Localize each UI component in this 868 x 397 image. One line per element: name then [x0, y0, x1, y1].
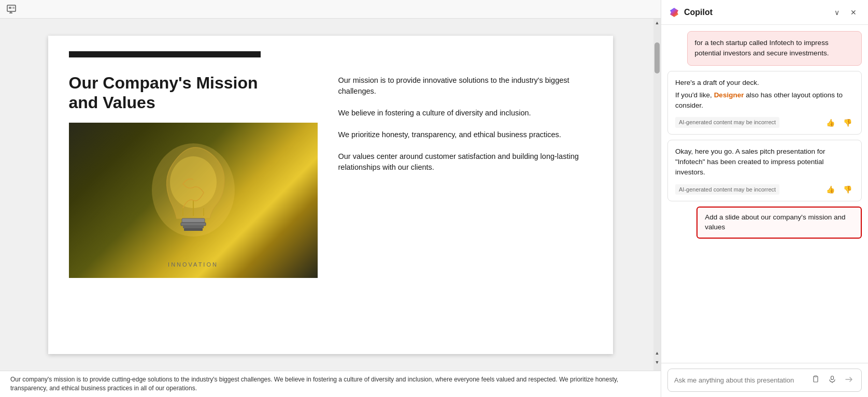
- slide-image: INNOVATION: [69, 123, 318, 278]
- svg-rect-11: [182, 218, 205, 223]
- slide-content: Our Company's Missionand Values: [69, 73, 592, 339]
- ai-message-1-footer: AI-generated content may be incorrect 👍 …: [675, 114, 854, 128]
- copilot-header: Copilot ∨ ✕: [661, 0, 868, 25]
- ai-feedback-2: 👍 👎: [824, 184, 854, 195]
- slide: Our Company's Missionand Values: [48, 36, 613, 354]
- svg-rect-14: [184, 228, 203, 231]
- ai-disclaimer-1: AI-generated content may be incorrect: [675, 117, 779, 128]
- ppt-toolbar: [0, 0, 661, 19]
- copilot-input-box: [667, 369, 862, 392]
- designer-link[interactable]: Designer: [714, 91, 744, 99]
- clipboard-icon-button[interactable]: [809, 374, 822, 386]
- svg-rect-17: [831, 376, 834, 380]
- send-button[interactable]: [843, 374, 855, 386]
- ai-disclaimer-2: AI-generated content may be incorrect: [675, 184, 779, 195]
- ai-message-2-footer: AI-generated content may be incorrect 👍 …: [675, 181, 854, 195]
- ai-message-2: Okay, here you go. A sales pitch present…: [667, 140, 862, 201]
- scroll-down-nav-down[interactable]: ▼: [653, 358, 661, 366]
- thumbs-down-1[interactable]: 👎: [841, 117, 854, 128]
- slide-title-bar: [69, 51, 261, 57]
- svg-rect-16: [815, 376, 817, 377]
- copilot-header-left: Copilot: [668, 7, 713, 18]
- bullet-2: We believe in fostering a culture of div…: [338, 108, 592, 119]
- user-message-1: for a tech startup called Infotech to im…: [687, 31, 862, 66]
- copilot-panel: Copilot ∨ ✕ for a tech startup called In…: [661, 0, 868, 397]
- designer-prefix: If you'd like,: [675, 91, 714, 99]
- scroll-up-arrow[interactable]: ▲: [653, 19, 661, 27]
- ai-message-1-main: Here's a draft of your deck.: [675, 78, 854, 88]
- slide-left: Our Company's Missionand Values: [69, 73, 318, 339]
- copilot-input-field[interactable]: [674, 376, 805, 384]
- ai-message-2-main: Okay, here you go. A sales pitch present…: [675, 146, 854, 178]
- slide-title: Our Company's Missionand Values: [69, 73, 318, 113]
- scrollbar-vertical[interactable]: ▲: [653, 19, 661, 345]
- svg-rect-1: [9, 7, 11, 9]
- copilot-logo-icon: [668, 7, 680, 18]
- user-message-1-text: for a tech startup called Infotech to im…: [695, 39, 829, 57]
- slide-right: Our mission is to provide innovative sol…: [338, 73, 592, 339]
- ppt-area: ▲ Our Company's Missionand Values: [0, 0, 661, 397]
- bullet-1: Our mission is to provide innovative sol…: [338, 75, 592, 98]
- presentation-icon[interactable]: [4, 2, 19, 17]
- innovation-text: INNOVATION: [168, 261, 218, 268]
- thumbs-down-2[interactable]: 👎: [841, 184, 854, 195]
- ai-message-1: Here's a draft of your deck. If you'd li…: [667, 71, 862, 135]
- scroll-down-nav-up[interactable]: ▲: [653, 349, 661, 357]
- copilot-header-right: ∨ ✕: [830, 5, 861, 20]
- copilot-messages: for a tech startup called Infotech to im…: [661, 25, 868, 363]
- copilot-title: Copilot: [684, 8, 713, 17]
- copilot-input-area: [661, 363, 868, 397]
- slide-caption: Our company's mission is to provide cutt…: [0, 371, 661, 397]
- ai-message-1-designer: If you'd like, Designer also has other l…: [675, 90, 854, 111]
- thumbs-up-1[interactable]: 👍: [824, 117, 837, 128]
- svg-rect-15: [814, 376, 818, 382]
- scroll-bottom-controls[interactable]: ▲ ▼: [653, 345, 661, 371]
- slide-header: [69, 51, 592, 67]
- thumbs-up-2[interactable]: 👍: [824, 184, 837, 195]
- svg-rect-12: [181, 223, 206, 226]
- bullet-3: We prioritize honesty, transparency, and…: [338, 129, 592, 141]
- microphone-icon-button[interactable]: [826, 374, 838, 386]
- svg-rect-13: [183, 226, 204, 228]
- scroll-thumb[interactable]: [654, 42, 660, 73]
- copilot-close-button[interactable]: ✕: [846, 5, 861, 20]
- suggestion-chip[interactable]: Add a slide about our company's mission …: [696, 207, 862, 239]
- copilot-collapse-button[interactable]: ∨: [830, 5, 844, 20]
- ai-feedback-1: 👍 👎: [824, 117, 854, 128]
- slide-container: ▲ Our Company's Missionand Values: [0, 19, 661, 371]
- bullet-4: Our values center around customer satisf…: [338, 151, 592, 174]
